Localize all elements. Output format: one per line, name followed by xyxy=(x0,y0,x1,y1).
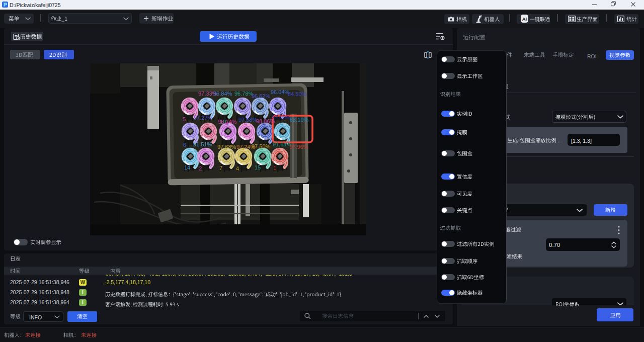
svg-text:AI: AI xyxy=(522,16,527,22)
